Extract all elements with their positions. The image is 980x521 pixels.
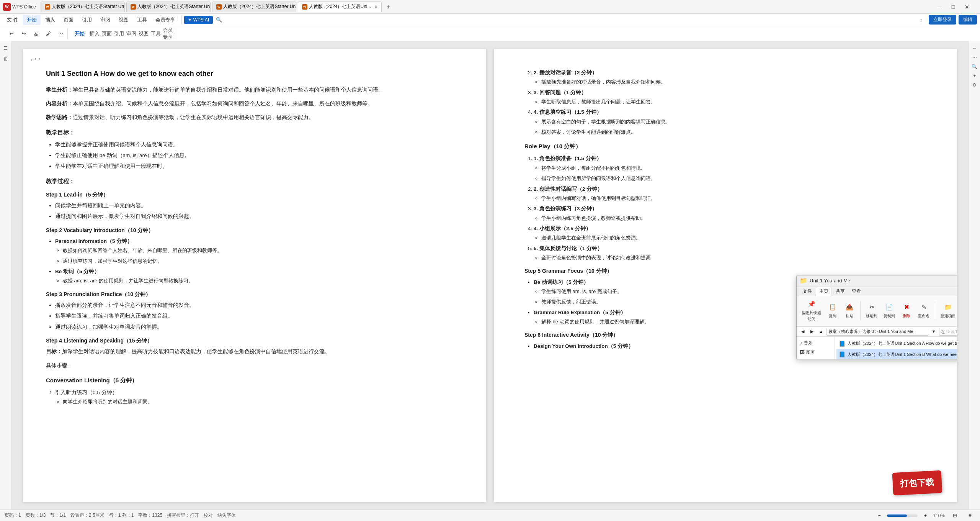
fm-newfolder-button[interactable]: 📁 新建项目	[938, 301, 957, 321]
close-button[interactable]: ✕	[962, 2, 972, 12]
promo-label: 打包下载	[900, 477, 934, 489]
tab-label-3: 人教版（2024）七上英语Starter Uni...	[223, 3, 296, 10]
role-item-5: 5. 集体反馈与讨论（1 分钟） 全班讨论角色扮演中的表现，讨论如何改进和提高	[534, 244, 934, 262]
item3-heading-label: 3. 回答问题（1 分钟）	[534, 90, 586, 95]
move-label: 移动到	[866, 313, 877, 319]
menu-review[interactable]: 审阅	[96, 15, 114, 25]
review-tab-label[interactable]: 审阅	[126, 28, 137, 39]
vip-tab-label[interactable]: 会员专享	[163, 28, 173, 39]
col-label: 行：1 列：1	[109, 512, 134, 519]
conv-item-1: 引入听力练习（0.5 分钟） 向学生介绍即将听到的对话主题和背景。	[55, 388, 463, 406]
bookmark-icon[interactable]: ⊞	[2, 55, 10, 63]
step5-sub1-heading: Be 动词练习（5 分钟）	[534, 279, 589, 285]
status-spell[interactable]: 拼写检查：打开	[167, 512, 199, 519]
wps-ai-button[interactable]: ✦ WPS AI	[184, 16, 213, 24]
tools-tab-label[interactable]: 工具	[150, 28, 161, 39]
fm-dropdown-button[interactable]: ▼	[930, 328, 938, 336]
zoom-in-button[interactable]: +	[920, 510, 931, 521]
fm-search-input[interactable]	[939, 328, 957, 336]
ref-tab-label[interactable]: 引用	[114, 28, 124, 39]
fm-forward-button[interactable]: ▶	[808, 328, 816, 336]
fm-file-item-1[interactable]: 📘 人教版（2024）七上英语Unit 1 Section A How do w…	[836, 338, 957, 349]
right-icon-3[interactable]: 🔍	[971, 63, 978, 70]
fm-move-button[interactable]: ✂ 移动到	[864, 301, 880, 321]
fm-sidebar-music[interactable]: ♪ 音乐	[798, 338, 833, 348]
status-proofread[interactable]: 校对	[204, 512, 213, 519]
fm-tab-file[interactable]: 文件	[800, 287, 815, 296]
fm-tab-share[interactable]: 共享	[833, 287, 848, 296]
page-tab-label[interactable]: 页面	[101, 28, 112, 39]
role4-heading: 4. 小组展示（2.5 分钟）	[534, 226, 591, 231]
fm-pin-button[interactable]: 📌 固定到快速 访问	[800, 298, 823, 324]
tab-close-4[interactable]: ✕	[374, 5, 377, 9]
zoom-level: 110%	[933, 513, 945, 518]
format-painter-button[interactable]: 🖌	[43, 28, 54, 39]
newfolder-icon: 📁	[944, 302, 952, 312]
menu-file[interactable]: 文 件	[3, 15, 22, 25]
minimize-button[interactable]: ─	[934, 2, 945, 12]
zoom-controls: − + 110%	[874, 510, 945, 521]
promo-badge[interactable]: 打包下载	[892, 470, 942, 496]
fm-tab-view[interactable]: 查看	[849, 287, 864, 296]
fm-rename-button[interactable]: ✎ 重命名	[916, 301, 932, 321]
view-tab-label[interactable]: 视图	[138, 28, 149, 39]
fm-delete-button[interactable]: ✖ 删除	[899, 301, 914, 321]
goal-2: 学生能够正确使用 be 动词（am, is, are）描述个人信息。	[55, 151, 463, 160]
zoom-slider[interactable]	[887, 514, 918, 517]
print-button[interactable]: 🖨	[31, 28, 41, 39]
search-button[interactable]: 🔍	[214, 15, 224, 25]
main-area: ☰ ⊞ ▪ ⋮⋮ Unit 1 Section A How do we get …	[0, 41, 980, 510]
edit-button[interactable]: 编辑	[959, 15, 977, 25]
tab-1[interactable]: W 人教版（2024）七上英语Starter Uni... ✕	[41, 2, 125, 12]
fm-ribbon: 📌 固定到快速 访问 📋 复制 📥 粘贴 ✂ 移	[797, 296, 957, 327]
menu-tools[interactable]: 工具	[133, 15, 151, 25]
menu-home[interactable]: 开始	[23, 15, 41, 25]
redo-button[interactable]: ↪	[18, 28, 29, 39]
fm-up-button[interactable]: ▲	[817, 328, 825, 336]
tab-2[interactable]: W 人教版（2024）七上英语Starter Uni... ✕	[126, 2, 211, 12]
right-icon-4[interactable]: ✦	[971, 72, 978, 80]
insert-tab-label[interactable]: 插入	[89, 28, 100, 39]
right-icon-5[interactable]: ⚙	[971, 81, 978, 89]
fm-path-bar[interactable]: 教案（核心素养）选修 3 > Unit 1 You and Me	[826, 328, 928, 336]
fm-sidebar-c-drive[interactable]: 💾 本地磁盘 (C:)	[798, 357, 833, 359]
fm-file-item-2[interactable]: 📘 人教版（2024）七上英语Unit 1 Section B What do …	[836, 349, 957, 359]
right-item-2: 2. 播放对话录音（2 分钟） 播放预先准备好的对话录音，内容涉及自我介绍和问候…	[534, 68, 934, 87]
right-icon-1[interactable]: ↔	[971, 44, 978, 52]
login-button[interactable]: 立即登录	[929, 15, 956, 25]
step2-list: Personal Information（5 分钟） 教授如何询问和回答个人姓名…	[55, 237, 463, 285]
fm-sidebar-pictures[interactable]: 🖼 图画	[798, 348, 833, 357]
fm-copyto-button[interactable]: 📄 复制到	[881, 301, 897, 321]
role3-sub: 学生小组内练习角色扮演，教师巡视提供帮助。	[541, 214, 934, 223]
content-analysis-label: 内容分析：	[46, 101, 73, 106]
fm-back-button[interactable]: ◀	[799, 328, 807, 336]
fm-copy-button[interactable]: 📋 复制	[825, 301, 840, 321]
zoom-out-button[interactable]: −	[874, 510, 885, 521]
new-tab-button[interactable]: +	[383, 2, 394, 12]
fm-body: ♪ 音乐 🖼 图画 💾 本地磁盘 (C:) 💾	[797, 337, 957, 359]
tab-4[interactable]: W 人教版（2024）七上英语Uni... ✕	[298, 2, 382, 12]
more-tools-button[interactable]: ⋯	[55, 28, 66, 39]
layout-icon[interactable]: ⊞	[949, 510, 960, 521]
status-font[interactable]: 缺失字体	[217, 512, 236, 519]
step1-item-1: 问候学生并简短回顾上一单元的内容。	[55, 201, 463, 210]
menu-insert[interactable]: 插入	[41, 15, 59, 25]
nav-icon[interactable]: ☰	[2, 44, 10, 52]
tab-3[interactable]: W 人教版（2024）七上英语Starter Uni... ✕	[212, 2, 296, 12]
view-mode-icon[interactable]: ≡	[965, 510, 975, 521]
step3-heading: Step 3 Pronunciation Practice（10 分钟）	[46, 290, 463, 298]
active-tab-label[interactable]: 开始	[72, 29, 88, 39]
toolbar-group-undo: ↩ ↪ 🖨 🖌 ⋯	[5, 28, 68, 39]
right-icon-2[interactable]: ⋯	[971, 54, 978, 61]
menu-view[interactable]: 视图	[115, 15, 132, 25]
menu-vip[interactable]: 会员专享	[152, 15, 179, 25]
sync-icon[interactable]: ↕	[916, 15, 926, 25]
fm-tab-home[interactable]: 主页	[816, 287, 832, 296]
right-items: 2. 播放对话录音（2 分钟） 播放预先准备好的对话录音，内容涉及自我介绍和问候…	[534, 68, 934, 136]
menu-page[interactable]: 页面	[60, 15, 77, 25]
maximize-button[interactable]: □	[948, 2, 959, 12]
undo-button[interactable]: ↩	[6, 28, 17, 39]
menu-reference[interactable]: 引用	[78, 15, 96, 25]
roleplay-list: 1. 角色扮演准备（1.5 分钟） 将学生分成小组，每组分配不同的角色和情境。 …	[534, 154, 934, 262]
fm-paste-button[interactable]: 📥 粘贴	[842, 301, 857, 321]
